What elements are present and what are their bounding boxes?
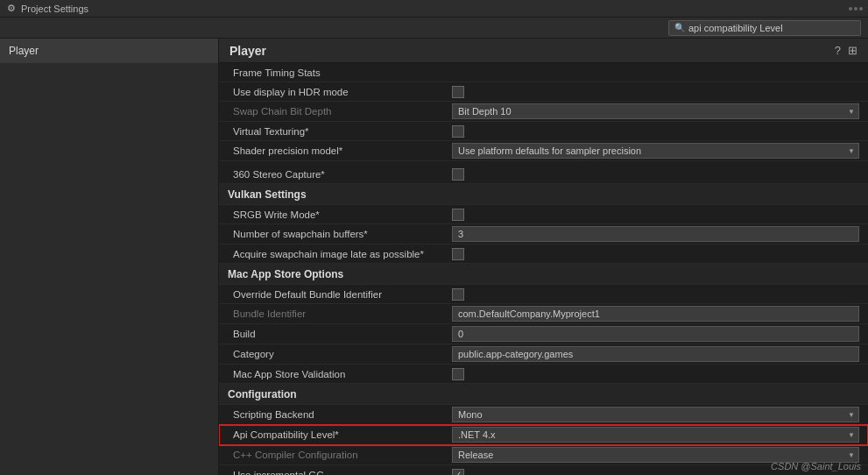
dropdown-value: Bit Depth 10	[458, 106, 512, 117]
search-bar: 🔍 api compatibility Level	[0, 18, 868, 39]
row-label: Virtual Texturing*	[233, 126, 452, 137]
checkbox[interactable]	[452, 248, 464, 260]
text-value: 3	[452, 226, 859, 242]
settings-row: Swap Chain Bit DepthBit Depth 10▼	[219, 102, 868, 122]
row-value	[452, 248, 859, 260]
row-value	[452, 86, 859, 98]
search-icon: 🔍	[674, 23, 685, 32]
checkbox[interactable]	[452, 288, 464, 301]
row-label: Override Default Bundle Identifier	[233, 289, 452, 300]
settings-row: Override Default Bundle Identifier	[219, 285, 868, 304]
title-bar-controls	[849, 7, 863, 11]
settings-row: Bundle Identifiercom.DefaultCompany.Mypr…	[219, 304, 868, 324]
gear-icon: ⚙	[7, 3, 16, 14]
title-bar-icon: ⚙	[5, 3, 18, 15]
header-icons: ? ⊞	[835, 44, 857, 57]
row-value: .NET 4.x▼	[452, 427, 859, 443]
text-value: 0	[452, 326, 859, 342]
settings-row: Mac App Store Validation	[219, 365, 868, 384]
row-label: C++ Compiler Configuration	[233, 450, 452, 460]
row-value: 0	[452, 326, 859, 342]
checkbox[interactable]	[452, 125, 464, 138]
checkbox[interactable]	[452, 209, 464, 221]
chevron-down-icon: ▼	[848, 147, 855, 155]
row-label: Bundle Identifier	[233, 308, 452, 319]
row-label: Swap Chain Bit Depth	[233, 106, 452, 117]
row-label: Scripting Backend	[233, 409, 452, 420]
main-layout: Player Player ? ⊞ Frame Timing StatsUse …	[0, 39, 868, 475]
text-value: public.app-category.games	[452, 346, 859, 362]
dropdown-value: Use platform defaults for sampler precis…	[458, 145, 641, 156]
dropdown[interactable]: Bit Depth 10▼	[452, 103, 859, 119]
row-label: SRGB Write Mode*	[233, 209, 452, 220]
row-label: Use incremental GC	[233, 470, 452, 476]
row-label: Number of swapchain buffers*	[233, 229, 452, 239]
checkbox[interactable]	[452, 469, 464, 476]
row-value	[452, 288, 859, 301]
section-label: Configuration	[228, 388, 297, 401]
title-bar: ⚙ Project Settings	[0, 0, 868, 18]
title-bar-dot	[849, 7, 852, 11]
settings-row: Acquire swapchain image late as possible…	[219, 245, 868, 264]
dropdown[interactable]: Mono▼	[452, 407, 859, 422]
settings-row: Api Compatibility Level*.NET 4.x▼	[219, 425, 868, 445]
help-icon[interactable]: ?	[835, 44, 841, 57]
settings-row: 360 Stereo Capture*	[219, 165, 868, 184]
section-header: Configuration	[219, 384, 868, 405]
row-label: Mac App Store Validation	[233, 369, 452, 379]
row-label: 360 Stereo Capture*	[233, 169, 452, 180]
search-input[interactable]: 🔍 api compatibility Level	[668, 20, 861, 36]
layout-icon[interactable]: ⊞	[848, 44, 857, 57]
settings-scroll[interactable]: Frame Timing StatsUse display in HDR mod…	[219, 63, 868, 475]
dropdown-value: Release	[458, 450, 493, 460]
section-header: Vulkan Settings	[219, 184, 868, 205]
sidebar: Player	[0, 39, 219, 475]
checkbox[interactable]	[452, 368, 464, 380]
settings-row: Frame Timing Stats	[219, 63, 868, 82]
row-label: Acquire swapchain image late as possible…	[233, 249, 452, 259]
settings-row: Scripting BackendMono▼	[219, 405, 868, 425]
checkbox[interactable]	[452, 168, 464, 181]
title-bar-dot	[854, 7, 857, 11]
settings-row: Shader precision model*Use platform defa…	[219, 141, 868, 161]
row-value: Use platform defaults for sampler precis…	[452, 143, 859, 159]
section-header: Mac App Store Options	[219, 264, 868, 285]
dropdown[interactable]: .NET 4.x▼	[452, 427, 859, 443]
content-header: Player ? ⊞	[219, 39, 868, 63]
sidebar-item-label: Player	[9, 45, 39, 57]
sidebar-item-player[interactable]: Player	[0, 39, 218, 63]
title-bar-dot	[859, 7, 863, 11]
row-value: public.app-category.games	[452, 346, 859, 362]
row-value: com.DefaultCompany.Myproject1	[452, 306, 859, 322]
section-label: Mac App Store Options	[228, 268, 343, 280]
dropdown[interactable]: Use platform defaults for sampler precis…	[452, 143, 859, 159]
watermark: CSDN @Saint_Louis	[771, 461, 861, 471]
row-value: Mono▼	[452, 407, 859, 422]
row-value	[452, 209, 859, 221]
settings-row: Number of swapchain buffers*3	[219, 224, 868, 245]
row-label: Use display in HDR mode	[233, 87, 452, 97]
row-label: Shader precision model*	[233, 145, 452, 156]
page-title: Player	[229, 44, 266, 58]
settings-row: Build0	[219, 324, 868, 344]
checkbox[interactable]	[452, 86, 464, 98]
settings-row: Categorypublic.app-category.games	[219, 344, 868, 365]
chevron-down-icon: ▼	[848, 411, 855, 419]
row-value	[452, 125, 859, 138]
content-area: Player ? ⊞ Frame Timing StatsUse display…	[219, 39, 868, 475]
row-value	[452, 368, 859, 380]
chevron-down-icon: ▼	[848, 451, 855, 459]
text-value: com.DefaultCompany.Myproject1	[452, 306, 859, 322]
settings-row: SRGB Write Mode*	[219, 205, 868, 224]
row-value	[452, 168, 859, 181]
row-value: 3	[452, 226, 859, 242]
dropdown-value: .NET 4.x	[458, 429, 496, 440]
chevron-down-icon: ▼	[848, 108, 855, 116]
section-label: Vulkan Settings	[228, 188, 307, 201]
row-value: Bit Depth 10▼	[452, 103, 859, 119]
row-label: Frame Timing Stats	[233, 67, 452, 78]
row-label: Category	[233, 349, 452, 359]
settings-row: Use display in HDR mode	[219, 82, 868, 102]
row-label: Build	[233, 329, 452, 339]
title-bar-text: Project Settings	[21, 4, 88, 14]
